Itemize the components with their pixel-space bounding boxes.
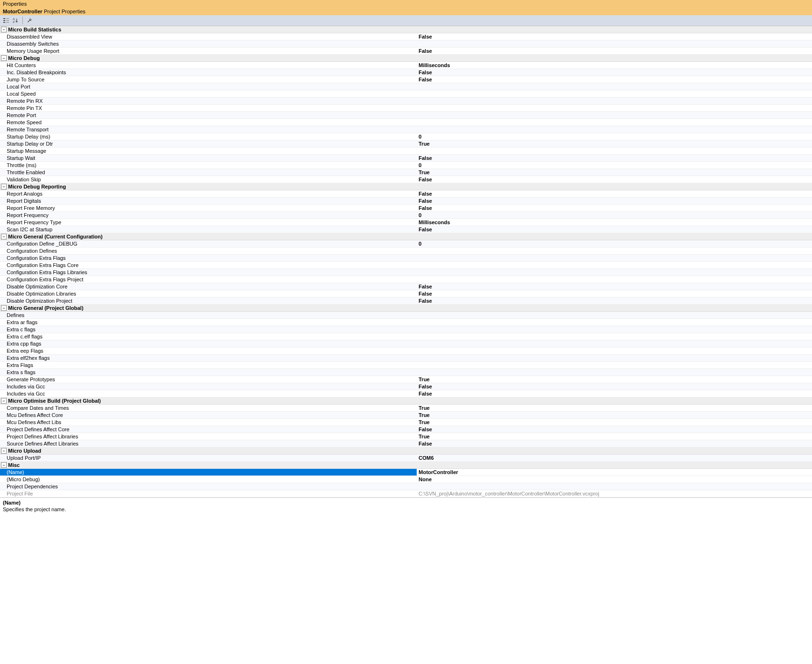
property-value[interactable] bbox=[417, 340, 812, 347]
property-value[interactable] bbox=[417, 312, 812, 318]
property-row[interactable]: Configuration Extra Flags Project bbox=[0, 276, 812, 283]
property-value[interactable]: False bbox=[417, 390, 812, 397]
property-value[interactable]: True bbox=[417, 405, 812, 411]
property-row[interactable]: Startup Delay (ms)0 bbox=[0, 133, 812, 140]
property-row[interactable]: Includes via GccFalse bbox=[0, 383, 812, 390]
property-value[interactable]: False bbox=[417, 383, 812, 390]
property-value[interactable] bbox=[417, 126, 812, 133]
property-value[interactable]: COM6 bbox=[417, 455, 812, 461]
property-value[interactable] bbox=[417, 276, 812, 283]
collapse-icon[interactable]: − bbox=[1, 234, 7, 239]
property-row[interactable]: Remote Pin RX bbox=[0, 98, 812, 105]
property-row[interactable]: Source Defines Affect LibrariesFalse bbox=[0, 440, 812, 447]
property-row[interactable]: Upload Port/IPCOM6 bbox=[0, 455, 812, 462]
property-value[interactable]: True bbox=[417, 419, 812, 426]
property-row[interactable]: Mcu Defines Affect LibsTrue bbox=[0, 419, 812, 426]
property-value[interactable]: None bbox=[417, 476, 812, 483]
property-row[interactable]: Remote Transport bbox=[0, 126, 812, 133]
property-value[interactable] bbox=[417, 255, 812, 261]
property-value[interactable]: Milliseconds bbox=[417, 62, 812, 69]
alphabetical-icon[interactable]: AZ bbox=[12, 17, 20, 24]
property-row[interactable]: Extra s flags bbox=[0, 369, 812, 376]
collapse-icon[interactable]: − bbox=[1, 462, 7, 468]
property-row[interactable]: Report AnalogsFalse bbox=[0, 190, 812, 198]
property-row[interactable]: Project Defines Affect CoreFalse bbox=[0, 426, 812, 433]
property-value[interactable]: 0 bbox=[417, 212, 812, 218]
property-value[interactable] bbox=[417, 119, 812, 126]
property-row[interactable]: Startup WaitFalse bbox=[0, 155, 812, 162]
property-row[interactable]: Hit CountersMilliseconds bbox=[0, 62, 812, 69]
property-row[interactable]: (Name)MotorController bbox=[0, 469, 812, 476]
property-row[interactable]: Local Speed bbox=[0, 90, 812, 98]
property-value[interactable] bbox=[417, 83, 812, 90]
property-row[interactable]: Inc. Disabled BreakpointsFalse bbox=[0, 69, 812, 76]
property-row[interactable]: Validation SkipFalse bbox=[0, 176, 812, 183]
property-row[interactable]: Mcu Defines Affect CoreTrue bbox=[0, 412, 812, 419]
property-value[interactable] bbox=[417, 40, 812, 47]
property-value[interactable]: False bbox=[417, 155, 812, 161]
category-header[interactable]: −Micro General (Project Global) bbox=[0, 305, 812, 312]
property-value[interactable] bbox=[417, 319, 812, 326]
collapse-icon[interactable]: − bbox=[1, 448, 7, 454]
property-row[interactable]: Extra elf2hex flags bbox=[0, 355, 812, 362]
property-row[interactable]: Generate PrototypesTrue bbox=[0, 376, 812, 383]
collapse-icon[interactable]: − bbox=[1, 27, 7, 32]
property-value[interactable] bbox=[417, 347, 812, 354]
property-row[interactable]: Memory Usage ReportFalse bbox=[0, 48, 812, 55]
category-header[interactable]: −Micro Debug Reporting bbox=[0, 183, 812, 190]
category-header[interactable]: −Micro Optimise Build (Project Global) bbox=[0, 397, 812, 405]
collapse-icon[interactable]: − bbox=[1, 398, 7, 404]
property-value[interactable]: True bbox=[417, 376, 812, 383]
property-row[interactable]: Includes via GccFalse bbox=[0, 390, 812, 397]
property-row[interactable]: Remote Pin TX bbox=[0, 105, 812, 112]
property-value[interactable]: False bbox=[417, 190, 812, 197]
property-row[interactable]: Remote Speed bbox=[0, 119, 812, 126]
properties-grid[interactable]: −Micro Build StatisticsDisassembled View… bbox=[0, 26, 812, 497]
property-row[interactable]: Throttle (ms)0 bbox=[0, 162, 812, 169]
property-value[interactable]: False bbox=[417, 48, 812, 54]
property-row[interactable]: Configuration Extra Flags bbox=[0, 255, 812, 262]
category-header[interactable]: −Micro Upload bbox=[0, 447, 812, 455]
property-value[interactable]: False bbox=[417, 33, 812, 40]
property-row[interactable]: Extra cpp flags bbox=[0, 340, 812, 347]
property-value[interactable]: 0 bbox=[417, 162, 812, 168]
property-value[interactable]: 0 bbox=[417, 240, 812, 247]
property-value[interactable]: False bbox=[417, 426, 812, 433]
collapse-icon[interactable]: − bbox=[1, 184, 7, 189]
property-value[interactable]: True bbox=[417, 412, 812, 418]
category-header[interactable]: −Micro General (Current Configuration) bbox=[0, 233, 812, 240]
property-row[interactable]: Configuration Extra Flags Libraries bbox=[0, 269, 812, 276]
property-row[interactable]: Project FileC:\SVN_proj\Arduino\motor_co… bbox=[0, 490, 812, 497]
property-value[interactable]: False bbox=[417, 226, 812, 233]
property-value[interactable]: False bbox=[417, 297, 812, 304]
property-value[interactable] bbox=[417, 333, 812, 340]
collapse-icon[interactable]: − bbox=[1, 305, 7, 311]
property-value[interactable]: Milliseconds bbox=[417, 219, 812, 226]
property-row[interactable]: Report Frequency TypeMilliseconds bbox=[0, 219, 812, 226]
property-row[interactable]: Startup Message bbox=[0, 148, 812, 155]
category-header[interactable]: −Misc bbox=[0, 462, 812, 469]
property-row[interactable]: Extra c flags bbox=[0, 326, 812, 333]
property-row[interactable]: Jump To SourceFalse bbox=[0, 76, 812, 83]
property-row[interactable]: Local Port bbox=[0, 83, 812, 90]
property-row[interactable]: Compare Dates and TimesTrue bbox=[0, 405, 812, 412]
property-row[interactable]: Disable Optimization ProjectFalse bbox=[0, 297, 812, 305]
property-row[interactable]: Throttle EnabledTrue bbox=[0, 169, 812, 176]
property-value[interactable] bbox=[417, 112, 812, 119]
property-value[interactable] bbox=[417, 362, 812, 368]
property-row[interactable]: Report DigitalsFalse bbox=[0, 198, 812, 205]
property-value[interactable]: False bbox=[417, 205, 812, 211]
property-value[interactable] bbox=[417, 483, 812, 490]
property-row[interactable]: Disassembly Switches bbox=[0, 40, 812, 48]
property-value[interactable] bbox=[417, 326, 812, 333]
categorized-icon[interactable] bbox=[2, 17, 10, 24]
property-row[interactable]: Project Defines Affect LibrariesTrue bbox=[0, 433, 812, 440]
property-value[interactable]: MotorController bbox=[417, 469, 812, 476]
property-row[interactable]: Scan I2C at StartupFalse bbox=[0, 226, 812, 233]
wrench-icon[interactable] bbox=[26, 17, 33, 24]
property-value[interactable] bbox=[417, 355, 812, 361]
property-value[interactable] bbox=[417, 369, 812, 376]
property-value[interactable] bbox=[417, 269, 812, 276]
property-row[interactable]: Remote Port bbox=[0, 112, 812, 119]
property-row[interactable]: Startup Delay or DtrTrue bbox=[0, 140, 812, 148]
